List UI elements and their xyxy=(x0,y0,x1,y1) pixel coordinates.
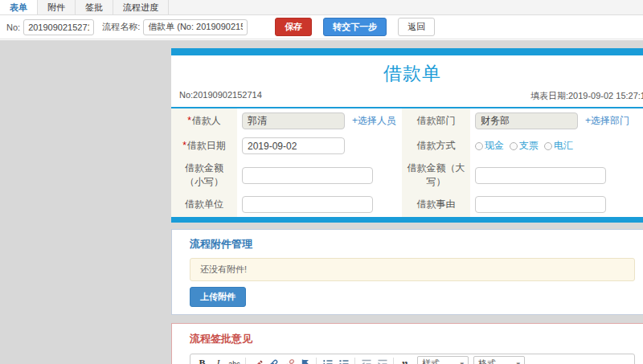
bold-icon[interactable]: B xyxy=(195,357,210,364)
strikethrough-icon[interactable]: abc xyxy=(227,357,242,364)
form-title: 借款单 xyxy=(171,55,643,88)
save-button[interactable]: 保存 xyxy=(275,18,312,36)
form-no-text: No:20190902152714 xyxy=(179,90,262,102)
borrower-field-cell: +选择人员 xyxy=(237,108,402,133)
amount-lower-field-cell xyxy=(237,158,402,192)
unlink-icon[interactable] xyxy=(281,357,297,364)
department-input[interactable] xyxy=(475,112,578,129)
loan-form-card: 借款单 No:20190902152714 填表日期:2019-09-02 15… xyxy=(171,48,643,223)
command-bar: No: 流程名称: 保存 转交下一步 返回 xyxy=(0,15,643,39)
borrow-reason-input[interactable] xyxy=(475,196,606,213)
borrow-unit-label: 借款单位 xyxy=(171,192,237,217)
document-panel: 借款单 No:20190902152714 填表日期:2019-09-02 15… xyxy=(171,48,643,364)
numbered-list-icon[interactable] xyxy=(320,357,335,364)
radio-icon xyxy=(475,142,483,150)
back-button[interactable]: 返回 xyxy=(398,18,435,36)
tab-progress[interactable]: 流程进度 xyxy=(113,0,169,14)
rich-text-editor: B I abc xyxy=(190,354,635,364)
borrower-input[interactable] xyxy=(242,112,345,129)
required-marker: * xyxy=(187,115,191,126)
attachment-section: 流程附件管理 还没有附件! 上传附件 xyxy=(171,229,643,315)
borrow-method-label: 借款方式 xyxy=(402,133,470,158)
upload-attachment-button[interactable]: 上传附件 xyxy=(190,287,246,307)
next-step-button[interactable]: 转交下一步 xyxy=(323,18,387,36)
approval-heading: 流程签批意见 xyxy=(190,332,635,346)
borrow-method-field-cell: 现金 支票 电汇 xyxy=(470,133,643,158)
form-grid: *借款人 +选择人员 借款部门 +选择部门 *借款日期 借款 xyxy=(171,108,643,217)
no-attachment-alert: 还没有附件! xyxy=(190,258,635,281)
borrow-unit-field-cell xyxy=(237,192,402,217)
tab-approval[interactable]: 签批 xyxy=(76,0,113,14)
borrow-reason-field-cell xyxy=(470,192,643,217)
toolbar-separator xyxy=(393,358,394,364)
radio-cash[interactable]: 现金 xyxy=(475,139,504,153)
chevron-down-icon: ▾ xyxy=(516,360,520,364)
toolbar-separator xyxy=(354,358,355,364)
department-label: 借款部门 xyxy=(402,108,470,133)
blockquote-icon[interactable]: ” xyxy=(397,357,412,364)
anchor-flag-icon[interactable] xyxy=(297,357,313,364)
select-person-link[interactable]: +选择人员 xyxy=(352,114,396,128)
indent-icon[interactable] xyxy=(375,357,390,364)
radio-icon xyxy=(510,142,518,150)
amount-lower-input[interactable] xyxy=(242,167,373,184)
no-label: No: xyxy=(6,22,20,32)
borrow-date-input[interactable] xyxy=(242,137,345,154)
attachment-heading: 流程附件管理 xyxy=(190,237,635,252)
tab-form[interactable]: 表单 xyxy=(0,0,38,14)
select-department-link[interactable]: +选择部门 xyxy=(585,114,629,128)
tab-attachment[interactable]: 附件 xyxy=(38,0,76,14)
format-dropdown[interactable]: 格式▾ xyxy=(473,356,525,364)
borrow-reason-label: 借款事由 xyxy=(402,192,470,217)
amount-upper-field-cell xyxy=(470,158,643,192)
no-input[interactable] xyxy=(23,19,94,35)
italic-icon[interactable]: I xyxy=(211,357,226,364)
borrow-date-field-cell xyxy=(237,133,402,158)
borrow-date-label: *借款日期 xyxy=(171,133,237,158)
required-marker: * xyxy=(182,140,186,151)
form-top-bar xyxy=(171,48,643,55)
amount-upper-input[interactable] xyxy=(475,167,606,184)
borrow-unit-input[interactable] xyxy=(242,196,373,213)
remove-format-icon[interactable] xyxy=(249,357,264,364)
flow-name-label: 流程名称: xyxy=(102,21,140,33)
borrower-label: *借款人 xyxy=(171,108,237,133)
bullet-list-icon[interactable] xyxy=(336,357,351,364)
outdent-icon[interactable] xyxy=(358,357,374,364)
styles-dropdown[interactable]: 样式▾ xyxy=(417,356,469,364)
form-meta-row: No:20190902152714 填表日期:2019-09-02 15:27:… xyxy=(171,88,643,107)
approval-section: 流程签批意见 B I abc xyxy=(171,323,643,364)
tab-bar: 表单 附件 签批 流程进度 xyxy=(0,0,643,15)
radio-icon xyxy=(544,142,552,150)
radio-wire[interactable]: 电汇 xyxy=(544,139,573,153)
toolbar-separator xyxy=(316,358,317,364)
toolbar-separator xyxy=(245,358,246,364)
editor-toolbar: B I abc xyxy=(190,354,634,364)
amount-lower-label: 借款金额（小写） xyxy=(171,158,237,192)
workspace-background: 借款单 No:20190902152714 填表日期:2019-09-02 15… xyxy=(0,40,643,364)
chevron-down-icon: ▾ xyxy=(460,360,464,364)
form-bottom-bar xyxy=(171,217,643,223)
flow-name-input[interactable] xyxy=(143,19,248,35)
amount-upper-label: 借款金额（大写） xyxy=(402,158,470,192)
department-field-cell: +选择部门 xyxy=(470,108,643,133)
borrow-method-radio-group: 现金 支票 电汇 xyxy=(475,139,573,153)
form-fill-date-text: 填表日期:2019-09-02 15:27:1 xyxy=(530,90,643,102)
radio-check[interactable]: 支票 xyxy=(510,139,539,153)
link-icon[interactable] xyxy=(265,357,281,364)
